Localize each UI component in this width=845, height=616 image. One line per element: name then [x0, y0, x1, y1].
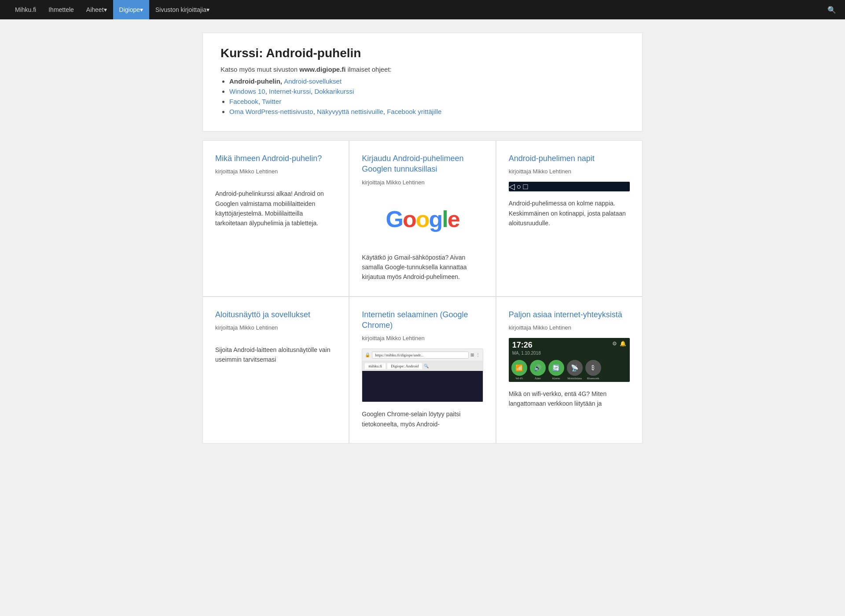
page-title: Kurssi: Android-puhelin: [220, 46, 625, 60]
link-internet-kurssi[interactable]: Internet-kurssi: [269, 88, 311, 95]
card-3-author: kirjoittaja Mikko Lehtinen: [509, 168, 630, 175]
link-wordpress[interactable]: Oma WordPress-nettisivusto: [229, 108, 313, 115]
search-icon[interactable]: 🔍: [827, 6, 836, 14]
card-2-body: Käytätkö jo Gmail-sähköpostia? Aivan sam…: [362, 253, 483, 282]
page-wrap: Kurssi: Android-puhelin Katso myös muut …: [194, 19, 651, 457]
qs-bluetooth: ₿ Bluetooth: [585, 360, 601, 380]
qs-mobiledata: 📡 Mobiilidata: [567, 360, 583, 380]
link-twitter[interactable]: Twitter: [262, 98, 281, 105]
chrome-tab-bar: mihku.fi Digiope: Android 🔍: [362, 361, 482, 371]
back-button-icon: ◁: [509, 182, 515, 191]
card-5-author: kirjoittaja Mikko Lehtinen: [362, 335, 483, 341]
link-dokkarikurssi[interactable]: Dokkarikurssi: [314, 88, 354, 95]
lock-icon: 🔒: [365, 352, 370, 357]
nav-ihmettele[interactable]: Ihmettele: [42, 0, 80, 19]
recents-button-icon: □: [523, 182, 528, 191]
card-2-author: kirjoittaja Mikko Lehtinen: [362, 179, 483, 186]
card-google-login: Kirjaudu Android-puhelimeen Googlen tunn…: [349, 140, 496, 297]
card-6-image: 17:26 MA, 1.10.2018 ⚙ 🔔 📶 Wi-Fi 🔊: [509, 338, 630, 382]
card-android-phone: Mikä ihmeen Android-puhelin? kirjoittaja…: [202, 140, 349, 297]
mobiledata-icon: 📡: [567, 360, 583, 376]
card-5-image: 🔒 https://mihku.fi/digiope/andr... ⊞ ⋮ m…: [362, 348, 483, 402]
resource-list: Android-puhelin, Android-sovellukset Win…: [229, 77, 625, 115]
link-facebook-yrittajille[interactable]: Facebook yrittäjille: [387, 108, 441, 115]
card-6-author: kirjoittaja Mikko Lehtinen: [509, 324, 630, 331]
card-6-body: Mikä on wifi-verkko, entä 4G? Miten lang…: [509, 389, 630, 409]
header-intro: Katso myös muut sivuston www.digiope.fi …: [220, 66, 625, 73]
card-5-body: Googlen Chrome-selain löytyy paitsi tiet…: [362, 409, 483, 429]
card-internet-connections: Paljon asiaa internet-yhteyksistä kirjoi…: [496, 297, 643, 444]
list-item: Facebook, Twitter: [229, 98, 625, 105]
qs-date: MA, 1.10.2018: [509, 351, 544, 358]
card-5-title[interactable]: Internetin selaaminen (Google Chrome): [362, 309, 483, 331]
card-2-title[interactable]: Kirjaudu Android-puhelimeen Googlen tunn…: [362, 153, 483, 175]
digiope-dropdown-arrow: ▾: [140, 6, 143, 13]
chrome-search-icon: 🔍: [424, 364, 429, 368]
volume-icon: 🔊: [530, 360, 546, 376]
google-logo-text: Google: [386, 206, 459, 232]
aiheet-dropdown-arrow: ▾: [104, 6, 107, 13]
card-chrome: Internetin selaaminen (Google Chrome) ki…: [349, 297, 496, 444]
home-button-icon: ○: [517, 182, 522, 191]
wifi-icon: 📶: [511, 360, 527, 376]
qs-rotate: 🔄 Kierto: [548, 360, 564, 380]
chrome-menu-icon: ⋮: [476, 352, 480, 357]
kirjoittajia-dropdown-arrow: ▾: [206, 6, 209, 13]
header-card: Kurssi: Android-puhelin Katso myös muut …: [202, 33, 643, 132]
card-grid-row1: Mikä ihmeen Android-puhelin? kirjoittaja…: [202, 140, 643, 297]
list-item: Windows 10, Internet-kurssi, Dokkarikurs…: [229, 88, 625, 95]
chrome-address-bar: 🔒 https://mihku.fi/digiope/andr... ⊞ ⋮: [362, 349, 482, 361]
notification-icon: 🔔: [620, 341, 626, 347]
rotate-icon: 🔄: [548, 360, 564, 376]
link-windows10[interactable]: Windows 10: [229, 88, 265, 95]
list-item: Oma WordPress-nettisivusto, Näkyvyyttä n…: [229, 108, 625, 115]
card-3-image: ◁ ○ □: [509, 182, 630, 191]
card-2-image: Google: [362, 193, 483, 246]
chrome-tab-1: mihku.fi: [365, 363, 386, 369]
chrome-tab-2: Digiope: Android: [387, 363, 422, 369]
list-item: Android-puhelin, Android-sovellukset: [229, 77, 625, 85]
card-4-body: Sijoita Android-laitteen aloitusnäytölle…: [215, 345, 336, 365]
nav-mihku[interactable]: Mihku.fi: [9, 0, 42, 19]
gear-icon: ⚙: [612, 341, 617, 347]
card-1-author: kirjoittaja Mikko Lehtinen: [215, 168, 336, 175]
bluetooth-icon: ₿: [585, 360, 601, 376]
card-4-title[interactable]: Aloitusnäyttö ja sovellukset: [215, 309, 336, 320]
nav-aiheet[interactable]: Aiheet ▾: [80, 0, 113, 19]
qs-time: 17:26: [509, 338, 544, 351]
nav-kirjoittajia[interactable]: Sivuston kirjoittajia ▾: [149, 0, 216, 19]
chrome-body: [362, 371, 482, 402]
qs-status-icons: ⚙ 🔔: [612, 341, 626, 347]
chrome-tabs-icon: ⊞: [470, 352, 474, 357]
nav-digiope[interactable]: Digiope ▾: [113, 0, 149, 19]
card-grid-row2: Aloitusnäyttö ja sovellukset kirjoittaja…: [202, 297, 643, 444]
card-1-title[interactable]: Mikä ihmeen Android-puhelin?: [215, 153, 336, 164]
link-android-sovellukset[interactable]: Android-sovellukset: [284, 77, 342, 85]
card-6-title[interactable]: Paljon asiaa internet-yhteyksistä: [509, 309, 630, 320]
link-nakyvyytta[interactable]: Näkyvyyttä nettisivuille: [317, 108, 383, 115]
card-android-buttons: Android-puhelimen napit kirjoittaja Mikk…: [496, 140, 643, 297]
qs-volume: 🔊 Ääni: [530, 360, 546, 380]
qs-wifi: 📶 Wi-Fi: [511, 360, 527, 380]
card-3-body: Android-puhelimessa on kolme nappia. Kes…: [509, 198, 630, 228]
card-1-body: Android-puhelinkurssi alkaa! Android on …: [215, 189, 336, 228]
main-nav: Mihku.fi Ihmettele Aiheet ▾ Digiope ▾ Si…: [0, 0, 845, 19]
link-facebook[interactable]: Facebook: [229, 98, 258, 105]
qs-quick-icons: 📶 Wi-Fi 🔊 Ääni 🔄 Kierto 📡 Mobiilidata: [509, 358, 630, 382]
card-4-author: kirjoittaja Mikko Lehtinen: [215, 324, 336, 331]
card-3-title[interactable]: Android-puhelimen napit: [509, 153, 630, 164]
card-home-screen: Aloitusnäyttö ja sovellukset kirjoittaja…: [202, 297, 349, 444]
chrome-url-field: https://mihku.fi/digiope/andr...: [372, 352, 468, 359]
